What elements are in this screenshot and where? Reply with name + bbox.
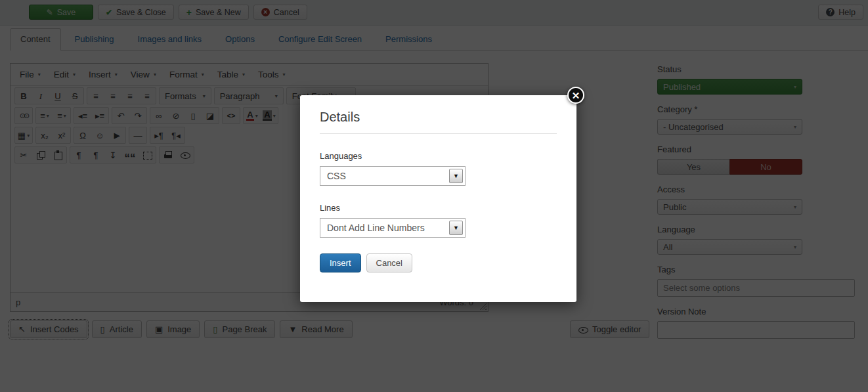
languages-label: Languages xyxy=(320,151,557,161)
languages-value: CSS xyxy=(320,171,346,181)
close-icon[interactable]: ✕ xyxy=(567,87,584,104)
lines-label: Lines xyxy=(320,203,557,213)
insert-button[interactable]: Insert xyxy=(320,253,361,272)
lines-value: Dont Add Line Numbers xyxy=(320,223,425,233)
modal-buttons: Insert Cancel xyxy=(320,253,557,272)
joomla-article-editor: ✎ Save ✔ Save & Close + Save & New × Can… xyxy=(0,0,868,392)
chevron-down-icon[interactable]: ▼ xyxy=(449,169,463,183)
modal-title: Details xyxy=(320,110,557,134)
languages-select[interactable]: CSS ▼ xyxy=(320,166,466,186)
details-modal: ✕ Details Languages CSS ▼ Lines Dont Add… xyxy=(300,95,576,302)
modal-cancel-button[interactable]: Cancel xyxy=(366,253,412,272)
chevron-down-icon[interactable]: ▼ xyxy=(449,221,463,235)
lines-select[interactable]: Dont Add Line Numbers ▼ xyxy=(320,218,466,238)
